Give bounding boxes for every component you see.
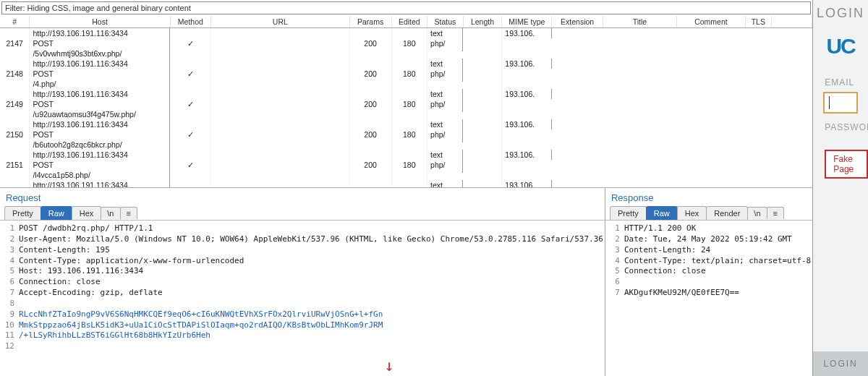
col-header[interactable]: URL xyxy=(210,16,349,28)
col-header[interactable] xyxy=(771,16,812,28)
fake-page-badge: Fake Page xyxy=(825,150,868,179)
tab-raw[interactable]: Raw xyxy=(41,206,72,220)
response-title: Response xyxy=(605,188,812,206)
email-field[interactable] xyxy=(823,92,858,114)
table-row[interactable]: 2148http://193.106.191.116:3434POST/4.ph… xyxy=(0,59,812,89)
col-header[interactable]: Status xyxy=(427,16,464,28)
response-body[interactable]: 1HTTP/1.1 200 OK2Date: Tue, 24 May 2022 … xyxy=(605,221,812,376)
col-header[interactable]: Params xyxy=(349,16,391,28)
col-header[interactable]: Host xyxy=(30,16,170,28)
password-label: PASSWORD xyxy=(825,122,856,132)
col-header[interactable]: Title xyxy=(603,16,676,28)
tab-pretty[interactable]: Pretty xyxy=(610,206,647,220)
response-tabs: PrettyRawHexRender\n≡ xyxy=(605,206,812,221)
login-button[interactable]: LOGIN xyxy=(813,351,868,376)
tab-hex[interactable]: Hex xyxy=(677,206,707,220)
tab-raw[interactable]: Raw xyxy=(646,206,678,220)
tab-pretty[interactable]: Pretty xyxy=(4,206,41,220)
col-header[interactable]: Comment xyxy=(677,16,746,28)
request-tabs: PrettyRawHex\n≡ xyxy=(0,206,605,221)
request-body[interactable]: 1POST /dwdbh2rq.php/ HTTP/1.12User-Agent… xyxy=(0,221,605,376)
table-row[interactable]: 2149http://193.106.191.116:3434POST/u92u… xyxy=(0,89,812,119)
phone-title: LOGIN xyxy=(813,6,868,21)
proxy-history-table[interactable]: #HostMethodURLParamsEditedStatusLengthMI… xyxy=(0,16,812,188)
col-header[interactable]: Method xyxy=(170,16,210,28)
col-header[interactable]: # xyxy=(0,16,30,28)
table-row[interactable]: 2152http://193.106.191.116:3434POST/d9c.… xyxy=(0,180,812,188)
table-row[interactable]: 2151http://193.106.191.116:3434POST/l4vc… xyxy=(0,150,812,180)
col-header[interactable]: MIME type xyxy=(502,16,552,28)
tab-≡[interactable]: ≡ xyxy=(767,207,784,219)
tab-\n[interactable]: \n xyxy=(101,207,120,219)
brand-logo: UC xyxy=(813,34,868,59)
tab-≡[interactable]: ≡ xyxy=(120,207,137,219)
request-title: Request xyxy=(0,188,605,206)
phone-mock: LOGIN UC EMAIL PASSWORD Fake Page LOGIN xyxy=(813,0,868,376)
col-header[interactable]: Length xyxy=(463,16,502,28)
table-row[interactable]: 2147http://193.106.191.116:3434POST/5v0v… xyxy=(0,28,812,59)
tab-\n[interactable]: \n xyxy=(747,207,767,219)
col-header[interactable]: Extension xyxy=(552,16,603,28)
table-row[interactable]: 2150http://193.106.191.116:3434POST/b6ut… xyxy=(0,119,812,150)
col-header[interactable]: TLS xyxy=(745,16,771,28)
tab-hex[interactable]: Hex xyxy=(72,206,102,220)
email-label: EMAIL xyxy=(825,77,856,87)
filter-bar[interactable]: Filter: Hiding CSS, image and general bi… xyxy=(1,1,811,14)
tab-render[interactable]: Render xyxy=(706,206,748,220)
arrow-down-icon: ↓ xyxy=(175,355,603,376)
col-header[interactable]: Edited xyxy=(391,16,427,28)
